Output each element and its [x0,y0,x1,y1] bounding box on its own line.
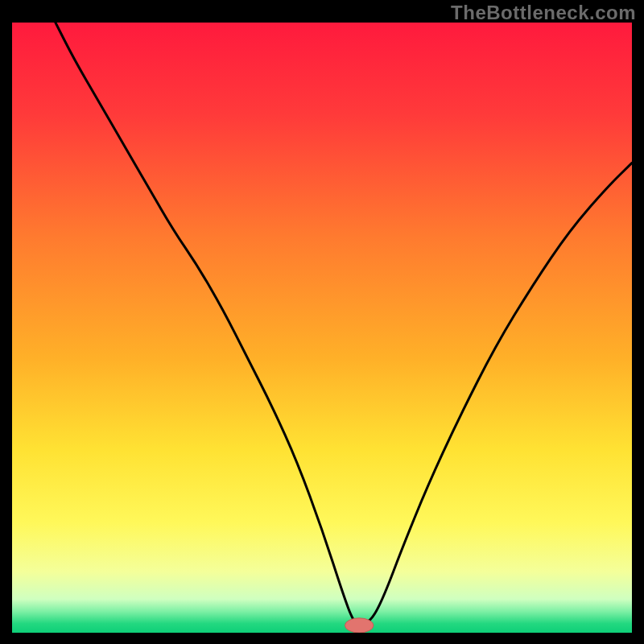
plot-area [12,23,632,633]
bottleneck-chart [12,23,632,633]
chart-frame: TheBottleneck.com [0,0,644,644]
watermark-text: TheBottleneck.com [451,2,636,24]
optimal-marker [345,618,373,633]
